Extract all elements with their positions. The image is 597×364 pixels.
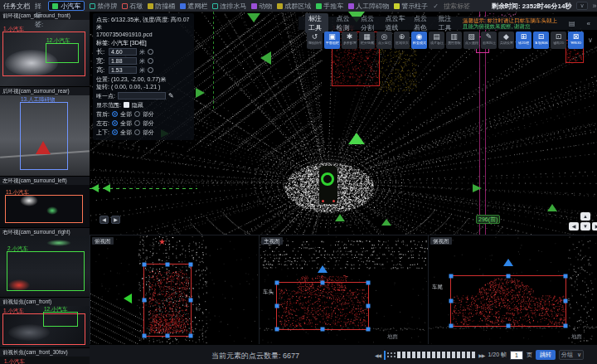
camera-image[interactable]: 13.人工障碍物: [0, 95, 90, 176]
menu-cloud-detect[interactable]: 点云检测: [337, 14, 353, 32]
panel-grid-icon[interactable]: ▤: [569, 20, 575, 27]
resize-handle[interactable]: [143, 263, 147, 267]
selected-tag-chip[interactable]: 小汽车: [48, 1, 85, 11]
resize-handle[interactable]: [143, 298, 147, 303]
prev-frame-icon[interactable]: ◀◀: [375, 352, 381, 358]
tool-2d-box[interactable]: ▣平面画框: [324, 32, 340, 49]
tool-measure[interactable]: ▨点云测距: [464, 32, 479, 49]
topbar-dropdown[interactable]: ∨: [576, 2, 587, 10]
timeline-segment[interactable]: [442, 352, 445, 358]
timeline-segment[interactable]: [437, 352, 440, 358]
radio-all[interactable]: [112, 120, 118, 126]
bbox-2d[interactable]: 2.小汽车: [7, 251, 85, 291]
height-input[interactable]: [109, 66, 137, 74]
menu-note-tool[interactable]: 批注工具: [438, 14, 454, 32]
menu-cloud-segment[interactable]: 点云分割: [361, 14, 377, 32]
up-arrow-icon[interactable]: [318, 265, 328, 273]
radio-all[interactable]: [112, 129, 118, 135]
resize-handle[interactable]: [564, 274, 568, 279]
page-input[interactable]: [510, 351, 523, 360]
radio-part[interactable]: [134, 129, 140, 135]
tag-item[interactable]: 连排水马: [212, 2, 246, 11]
resize-handle[interactable]: [507, 324, 511, 328]
radio-part[interactable]: [134, 120, 140, 126]
tool-3d-to-2d[interactable]: ⊞转2D框: [516, 32, 531, 49]
timeline-segment[interactable]: [412, 352, 415, 358]
resize-handle[interactable]: [366, 304, 371, 308]
up-arrow-icon[interactable]: [503, 259, 513, 266]
menu-annotation-tool[interactable]: 标注工具: [305, 13, 328, 33]
camera-panel-right-surround[interactable]: 右环视(cam_surround_right) 2.小汽车: [0, 228, 90, 298]
camera-image[interactable]: 11.小汽车: [0, 185, 90, 227]
stepper-icon[interactable]: [148, 58, 153, 64]
bbox-edit[interactable]: [143, 264, 192, 337]
pan-right-button[interactable]: ▶: [592, 222, 597, 231]
resize-handle[interactable]: [366, 281, 371, 285]
timeline-segment[interactable]: [417, 352, 420, 358]
ego-vehicle[interactable]: [319, 166, 337, 204]
bbox-2d[interactable]: 12.小汽车: [43, 312, 78, 327]
bbox-2d[interactable]: 11.小汽车: [5, 195, 83, 223]
timeline-segment[interactable]: [457, 352, 460, 358]
resize-handle[interactable]: [275, 304, 279, 308]
stepper-icon[interactable]: [148, 67, 153, 73]
timeline-segment[interactable]: [427, 352, 430, 358]
timeline-tick[interactable]: [387, 352, 389, 357]
toolbar-more-icon[interactable]: ∨: [585, 32, 595, 49]
width-input[interactable]: [109, 57, 137, 65]
menu-cloud-color[interactable]: 点云着色: [414, 14, 430, 32]
tool-brush[interactable]: ✎画笔批注: [481, 32, 497, 49]
timeline-tick[interactable]: [394, 352, 396, 357]
collapse-left-icon[interactable]: «: [587, 20, 590, 27]
bbox-edit[interactable]: [450, 275, 566, 327]
resize-handle[interactable]: [189, 298, 193, 303]
resize-handle[interactable]: [321, 328, 325, 332]
bbox-edit[interactable]: [276, 282, 369, 330]
tag-item[interactable]: 警示柱子: [394, 2, 428, 11]
tag-item[interactable]: 遮网栏: [180, 2, 207, 11]
hide-checkbox[interactable]: [124, 102, 129, 108]
timeline-segment[interactable]: [462, 352, 465, 358]
resize-handle[interactable]: [275, 281, 279, 285]
nav-left-button[interactable]: ◀: [100, 216, 109, 224]
timeline-segment[interactable]: [422, 352, 425, 358]
stepper-icon[interactable]: [148, 49, 153, 55]
unique-point-input[interactable]: [118, 92, 166, 99]
pencil-icon[interactable]: ✎: [168, 92, 174, 99]
check-icon[interactable]: ✓: [433, 2, 439, 10]
group-select[interactable]: 分组∨: [559, 350, 584, 360]
resize-handle[interactable]: [166, 334, 170, 338]
collapse-right-icon[interactable]: »: [593, 2, 597, 10]
tag-item[interactable]: 手推车: [316, 2, 343, 11]
tool-zoom-area[interactable]: ⊕区域放大: [394, 32, 410, 49]
subview-side[interactable]: 侧视图 车尾 地面: [428, 235, 597, 344]
timeline-tick[interactable]: [391, 352, 392, 357]
bbox-2d[interactable]: 13.人工障碍物: [20, 102, 68, 170]
tag-item[interactable]: 禁停牌: [90, 2, 117, 11]
left-arrow-icon[interactable]: [124, 294, 132, 303]
camera-panel-front-surround[interactable]: 前环视(cam_surround_front) 1.小汽车 12.小汽车: [0, 12, 90, 87]
camera-image[interactable]: 2.小汽车: [0, 236, 90, 297]
camera-panel-left-surround[interactable]: 左环视(cam_surround_left) 11.小汽车: [0, 177, 90, 228]
pointcloud-3d-view[interactable]: 1.小汽车 296(前) 标注工具 点云检测 点云分割 点云车道线 点云着色 批…: [90, 12, 597, 235]
timeline-segment[interactable]: [432, 352, 435, 358]
resize-handle[interactable]: [449, 324, 454, 328]
timeline-segment[interactable]: [402, 352, 405, 358]
pan-left-button[interactable]: ◀: [569, 222, 579, 231]
radio-part[interactable]: [134, 111, 140, 117]
camera-image[interactable]: 1.小汽车 12.小汽车: [0, 20, 90, 86]
timeline-segment[interactable]: [397, 352, 400, 358]
tool-inspect-mode[interactable]: ◉检查模式: [411, 32, 427, 49]
tag-item[interactable]: 成群区域: [277, 2, 311, 11]
tool-batch-annotate[interactable]: ▤成片标注: [429, 32, 444, 49]
camera-panel-front-short[interactable]: 前视短焦(cam_front) 1.小汽车 12.小汽车: [0, 298, 90, 348]
resize-handle[interactable]: [564, 299, 568, 303]
subview-top[interactable]: 俯视图 ★: [90, 235, 259, 344]
timeline-segment[interactable]: [407, 352, 410, 358]
resize-handle[interactable]: [321, 281, 325, 285]
timeline-segment[interactable]: [447, 352, 450, 358]
timeline-segment[interactable]: [467, 352, 470, 358]
timeline-cursor[interactable]: [384, 351, 386, 360]
menu-cloud-lane[interactable]: 点云车道线: [386, 14, 405, 32]
resize-handle[interactable]: [189, 334, 193, 338]
